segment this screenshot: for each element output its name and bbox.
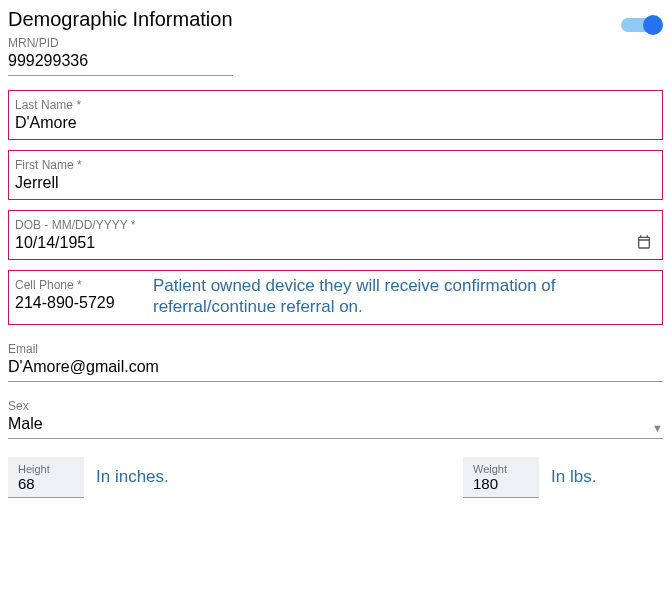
weight-value: 180	[473, 475, 498, 492]
sex-value: Male	[8, 415, 43, 432]
last-name-field[interactable]: Last Name * D'Amore	[8, 90, 663, 140]
email-label: Email	[8, 342, 38, 356]
dob-label: DOB - MM/DD/YYYY *	[15, 218, 135, 232]
mrn-value: 999299336	[8, 52, 88, 69]
dob-field[interactable]: DOB - MM/DD/YYYY * 10/14/1951	[8, 210, 663, 260]
cell-phone-field[interactable]: Cell Phone * 214-890-5729 Patient owned …	[8, 270, 663, 325]
weight-hint: In lbs.	[551, 467, 596, 487]
weight-field[interactable]: Weight 180	[463, 457, 539, 498]
cell-phone-label: Cell Phone *	[15, 278, 82, 292]
dob-value: 10/14/1951	[15, 234, 95, 251]
first-name-value: Jerrell	[15, 174, 59, 191]
last-name-value: D'Amore	[15, 114, 77, 131]
height-field[interactable]: Height 68	[8, 457, 84, 498]
first-name-field[interactable]: First Name * Jerrell	[8, 150, 663, 200]
height-label: Height	[18, 463, 74, 475]
email-field[interactable]: Email D'Amore@gmail.com	[8, 339, 663, 382]
cell-phone-value: 214-890-5729	[15, 294, 115, 311]
height-value: 68	[18, 475, 35, 492]
height-hint: In inches.	[96, 467, 169, 487]
mrn-field[interactable]: MRN/PID 999299336	[8, 33, 233, 76]
chevron-down-icon[interactable]: ▼	[652, 422, 663, 434]
last-name-label: Last Name *	[15, 98, 81, 112]
weight-label: Weight	[473, 463, 529, 475]
sex-label: Sex	[8, 399, 29, 413]
first-name-label: First Name *	[15, 158, 82, 172]
calendar-icon[interactable]	[636, 234, 656, 253]
mrn-label: MRN/PID	[8, 36, 59, 50]
toggle-thumb	[643, 15, 663, 35]
email-value: D'Amore@gmail.com	[8, 358, 159, 375]
cell-phone-hint: Patient owned device they will receive c…	[153, 275, 656, 318]
page-title: Demographic Information	[8, 8, 233, 31]
section-toggle[interactable]	[621, 14, 661, 36]
sex-field[interactable]: Sex Male ▼	[8, 396, 663, 439]
